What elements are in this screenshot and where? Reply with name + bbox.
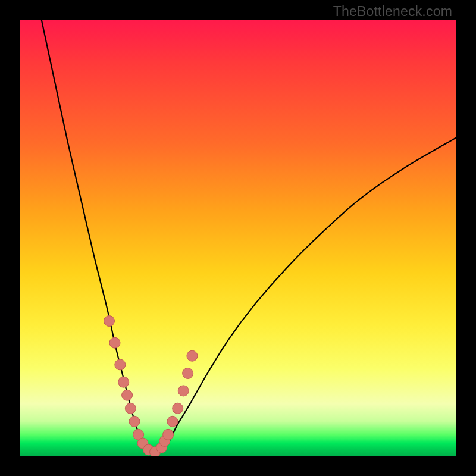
highlight-dots [104, 316, 198, 457]
bottleneck-curve [42, 20, 456, 453]
highlight-dot [104, 316, 115, 327]
highlight-dot [187, 350, 198, 361]
highlight-dot [125, 403, 136, 414]
highlight-dot [129, 416, 140, 427]
highlight-dot [167, 416, 178, 427]
highlight-dot [109, 337, 120, 348]
highlight-dot [122, 390, 133, 400]
highlight-dot [115, 359, 126, 370]
highlight-dot [178, 386, 189, 396]
curve-layer [20, 20, 456, 456]
highlight-dot [183, 368, 193, 379]
watermark-text: TheBottleneck.com [333, 4, 452, 20]
chart-frame: TheBottleneck.com [0, 0, 476, 476]
plot-area [20, 20, 456, 456]
highlight-dot [173, 403, 183, 414]
highlight-dot [163, 429, 174, 440]
highlight-dot [118, 377, 129, 387]
